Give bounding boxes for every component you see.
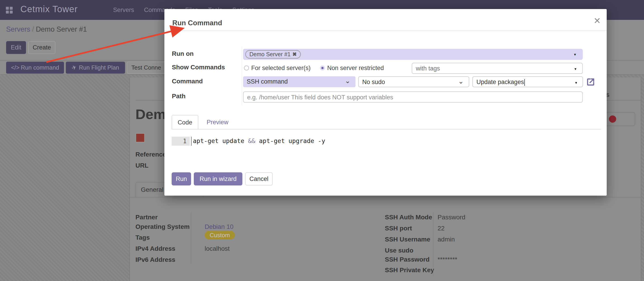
ssh-port-value: 22 — [438, 225, 444, 232]
divider — [129, 197, 641, 197]
tab-code[interactable]: Code — [172, 115, 198, 129]
edit-button[interactable]: Edit — [6, 41, 26, 54]
divider — [172, 129, 601, 129]
breadcrumb-separator: / — [30, 25, 36, 33]
os-label: Operating System — [136, 223, 190, 230]
column-separator — [433, 212, 433, 275]
run-button[interactable]: Run — [172, 172, 191, 185]
command-type-value: SSH command — [247, 78, 288, 85]
create-button[interactable]: Create — [28, 41, 56, 54]
ssh-username-label: SSH Username — [385, 236, 430, 243]
divider — [164, 30, 607, 31]
command-name-value: Update packages — [476, 79, 525, 86]
menu-item-servers[interactable]: Servers — [113, 6, 134, 13]
modal-title: Run Command — [172, 19, 222, 27]
server-tag-label: Demo Server #1 — [250, 51, 290, 58]
command-label: Command — [172, 78, 203, 85]
ipv4-label: IPv4 Address — [136, 245, 175, 252]
column-separator — [191, 212, 191, 264]
path-input[interactable]: e.g. /home/user This field does NOT supp… — [243, 91, 583, 103]
reference-label: Reference — [136, 151, 166, 158]
partner-label: Partner — [136, 214, 158, 221]
breadcrumb-servers-link[interactable]: Servers — [6, 25, 30, 33]
run-command-modal: Run Command ✕ Run on Demo Server #1 ✖ ▾ … — [164, 9, 607, 196]
radio-for-selected-servers-label[interactable]: For selected server(s) — [251, 65, 311, 72]
run-on-field[interactable]: Demo Server #1 ✖ ▾ — [243, 49, 583, 60]
run-command-label: Run command — [21, 64, 59, 71]
server-tag[interactable]: Demo Server #1 ✖ — [245, 50, 301, 58]
cancel-button[interactable]: Cancel — [245, 172, 273, 185]
chevron-down-icon: ▾ — [574, 67, 576, 71]
code-line[interactable]: apt-get update && apt-get upgrade -y — [193, 137, 325, 144]
color-swatch[interactable] — [136, 133, 145, 142]
code-line-number: 1 — [172, 137, 190, 146]
run-on-label: Run on — [172, 50, 194, 57]
radio-non-server-restricted-label[interactable]: Non server restricted — [327, 65, 384, 72]
close-icon[interactable]: ✕ — [594, 16, 601, 26]
code-brackets-icon: </> — [11, 64, 20, 71]
editor-cursor — [191, 137, 192, 146]
ssh-private-key-label: SSH Private Key — [385, 267, 434, 274]
ssh-port-label: SSH port — [385, 225, 412, 232]
tag-remove-icon[interactable]: ✖ — [292, 51, 297, 57]
chevron-down-icon: ⌄ — [345, 77, 350, 85]
os-value-link[interactable]: Debian 10 — [205, 223, 234, 230]
with-tags-select[interactable]: with tags ▾ — [412, 63, 583, 74]
chevron-down-icon: ▾ — [574, 52, 576, 57]
radio-for-selected-servers[interactable] — [244, 65, 249, 70]
tab-preview[interactable]: Preview — [203, 115, 232, 129]
show-commands-label: Show Commands — [172, 64, 225, 71]
radio-non-server-restricted[interactable] — [320, 65, 325, 70]
use-sudo-label: Use sudo — [385, 247, 413, 254]
ipv6-label: IPv6 Address — [136, 256, 175, 263]
chevron-down-icon: ▾ — [575, 80, 577, 85]
path-label: Path — [172, 93, 186, 100]
sudo-value: No sudo — [362, 79, 385, 86]
ssh-auth-mode-label: SSH Auth Mode — [385, 214, 432, 221]
command-type-select[interactable]: SSH command ⌄ — [243, 76, 356, 87]
tags-label: Tags — [136, 234, 150, 241]
form-column-separator — [242, 46, 242, 105]
ssh-username-value: admin — [438, 236, 455, 243]
path-placeholder: e.g. /home/user This field does NOT supp… — [247, 94, 393, 101]
ssh-password-value: ******** — [438, 256, 457, 263]
chevron-down-icon: ⌄ — [458, 77, 464, 85]
plane-icon: ✈ — [71, 63, 78, 72]
run-command-button[interactable]: </> Run command — [6, 62, 64, 74]
url-label: URL — [136, 162, 148, 169]
breadcrumb-current: Demo Server #1 — [36, 25, 87, 33]
command-name-input[interactable]: Update packages ▾ — [472, 76, 583, 87]
stopped-status-dot — [609, 115, 616, 123]
text-cursor — [524, 79, 525, 86]
apps-menu-icon[interactable] — [6, 7, 13, 13]
run-flight-plan-label: Run Flight Plan — [79, 64, 119, 71]
run-flight-plan-button[interactable]: ✈ Run Flight Plan — [66, 62, 125, 74]
external-link-icon[interactable] — [586, 77, 596, 87]
tag-custom-pill: Custom — [205, 231, 235, 240]
with-tags-value: with tags — [416, 65, 440, 72]
sudo-select[interactable]: No sudo ⌄ — [358, 76, 469, 87]
page: Cetmix Tower Servers Commands Files Tool… — [0, 0, 644, 281]
ssh-password-label: SSH Password — [385, 256, 430, 263]
run-in-wizard-button[interactable]: Run in wizard — [194, 172, 242, 185]
ssh-auth-mode-value: Password — [438, 214, 465, 221]
ipv4-value: localhost — [205, 245, 230, 252]
app-logo[interactable]: Cetmix Tower — [20, 4, 78, 14]
breadcrumb: Servers/Demo Server #1 — [6, 25, 87, 33]
